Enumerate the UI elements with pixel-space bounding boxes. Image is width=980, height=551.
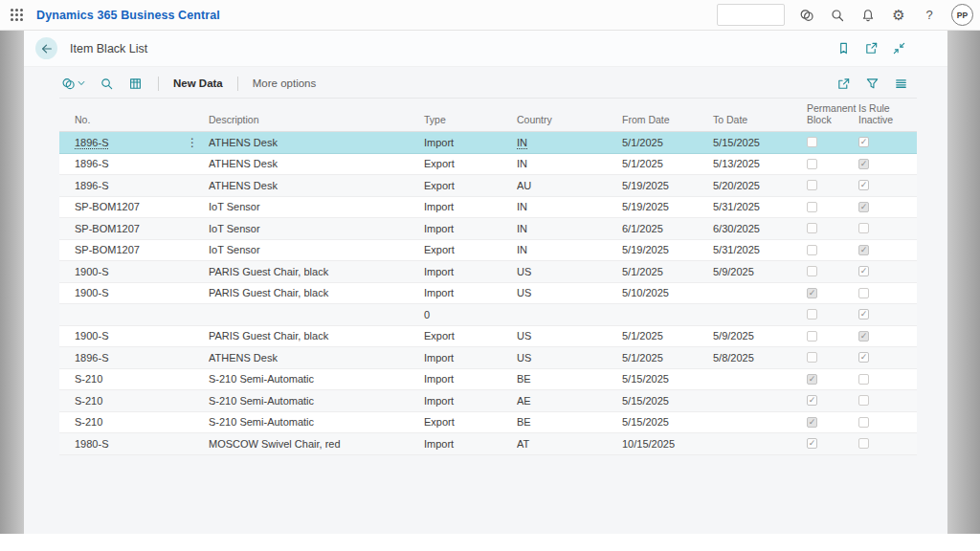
table-row[interactable]: 1896-SATHENS DeskExportAU5/19/20255/20/2… [59, 175, 917, 197]
cell-type[interactable]: Import [424, 390, 517, 411]
checkbox-permanent_block[interactable] [807, 159, 817, 169]
cell-country[interactable]: US [517, 283, 622, 304]
cell-description[interactable]: PARIS Guest Chair, black [209, 283, 424, 304]
cell-from_date[interactable]: 5/1/2025 [622, 261, 713, 282]
cell-country[interactable]: US [517, 261, 622, 282]
checkbox-permanent_block[interactable] [807, 309, 817, 320]
cell-is_rule_inactive[interactable] [854, 197, 917, 218]
checkbox-permanent_block[interactable] [807, 245, 817, 255]
cell-description[interactable]: IoT Sensor [209, 218, 424, 239]
open-new-window-icon[interactable] [863, 40, 880, 56]
cell-from_date[interactable]: 5/1/2025 [622, 132, 713, 153]
cell-country[interactable]: IN [517, 132, 622, 153]
cell-to_date[interactable] [713, 433, 799, 454]
cell-is_rule_inactive[interactable] [854, 261, 917, 282]
cell-is_rule_inactive[interactable] [854, 175, 917, 196]
cell-permanent_block[interactable] [799, 154, 854, 175]
cell-description[interactable]: ATHENS Desk [209, 347, 424, 368]
copilot-icon[interactable] [798, 7, 815, 24]
cell-is_rule_inactive[interactable] [854, 433, 917, 454]
cell-country[interactable]: AT [517, 433, 622, 454]
row-menu-icon[interactable]: ⋮ [187, 137, 198, 148]
checkbox-is_rule_inactive[interactable] [858, 159, 869, 169]
checkbox-permanent_block[interactable] [807, 331, 817, 342]
checkbox-permanent_block[interactable] [807, 223, 817, 233]
cell-description[interactable]: ATHENS Desk [209, 132, 424, 153]
cell-to_date[interactable] [713, 283, 799, 304]
cell-to_date[interactable]: 5/31/2025 [713, 240, 799, 261]
table-row[interactable]: 1896-SATHENS DeskImportUS5/1/20255/8/202… [59, 347, 917, 369]
cell-country[interactable]: IN [517, 218, 622, 239]
cell-type[interactable]: Export [424, 412, 517, 433]
cell-country[interactable]: AU [517, 175, 622, 196]
cell-permanent_block[interactable] [799, 347, 854, 368]
cell-from_date[interactable]: 5/19/2025 [622, 240, 713, 261]
cell-no[interactable]: S-210 [59, 369, 209, 390]
cell-to_date[interactable] [713, 369, 799, 390]
back-button[interactable] [35, 37, 57, 59]
cell-is_rule_inactive[interactable] [854, 390, 917, 411]
cell-is_rule_inactive[interactable] [854, 218, 917, 239]
column-header-description[interactable]: Description [209, 114, 424, 126]
checkbox-permanent_block[interactable] [807, 417, 817, 428]
cell-is_rule_inactive[interactable] [854, 132, 917, 153]
cell-from_date[interactable]: 5/19/2025 [622, 175, 713, 196]
table-row[interactable]: SP-BOM1207IoT SensorExportIN5/19/20255/3… [59, 240, 917, 262]
cell-permanent_block[interactable] [799, 304, 854, 325]
cell-no[interactable]: SP-BOM1207 [59, 218, 209, 239]
cell-to_date[interactable]: 5/9/2025 [713, 261, 799, 282]
cell-no[interactable]: S-210 [59, 412, 209, 433]
cell-permanent_block[interactable] [799, 240, 854, 261]
cell-permanent_block[interactable] [799, 218, 854, 239]
cell-type[interactable]: Export [424, 240, 517, 261]
table-row[interactable]: 1900-SPARIS Guest Chair, blackImportUS5/… [59, 261, 917, 283]
checkbox-is_rule_inactive[interactable] [858, 266, 869, 276]
collapse-icon[interactable] [891, 40, 907, 56]
cell-is_rule_inactive[interactable] [854, 412, 917, 433]
cell-description[interactable]: ATHENS Desk [209, 154, 424, 175]
checkbox-is_rule_inactive[interactable] [858, 309, 869, 320]
column-header-to_date[interactable]: To Date [713, 114, 799, 126]
checkbox-is_rule_inactive[interactable] [858, 417, 869, 428]
checkbox-is_rule_inactive[interactable] [858, 202, 869, 212]
checkbox-permanent_block[interactable] [807, 438, 817, 449]
checkbox-is_rule_inactive[interactable] [858, 245, 869, 255]
settings-icon[interactable]: ⚙ [890, 7, 907, 24]
cell-to_date[interactable]: 6/30/2025 [713, 218, 799, 239]
list-search-icon[interactable] [99, 76, 115, 92]
table-row[interactable]: S-210S-210 Semi-AutomaticImportAE5/15/20… [59, 390, 917, 412]
cell-permanent_block[interactable] [799, 326, 854, 347]
column-header-no[interactable]: No. [59, 114, 209, 126]
analyze-icon[interactable] [127, 76, 144, 92]
cell-is_rule_inactive[interactable] [854, 240, 917, 261]
cell-type[interactable]: Import [424, 132, 517, 153]
cell-no[interactable] [59, 304, 209, 325]
help-icon[interactable]: ? [921, 7, 938, 24]
cell-from_date[interactable] [622, 304, 713, 325]
app-launcher-icon[interactable] [0, 0, 33, 31]
notifications-icon[interactable] [859, 7, 877, 24]
checkbox-is_rule_inactive[interactable] [858, 137, 869, 147]
cell-type[interactable]: Import [424, 218, 517, 239]
cell-country[interactable]: BE [517, 412, 622, 433]
checkbox-permanent_block[interactable] [807, 137, 817, 147]
cell-to_date[interactable] [713, 390, 799, 411]
cell-permanent_block[interactable] [799, 132, 854, 153]
cell-is_rule_inactive[interactable] [854, 283, 917, 304]
checkbox-permanent_block[interactable] [807, 288, 817, 298]
checkbox-permanent_block[interactable] [807, 395, 817, 406]
cell-no[interactable]: S-210 [59, 390, 209, 411]
cell-no[interactable]: 1896-S [59, 175, 209, 196]
column-header-type[interactable]: Type [424, 114, 517, 126]
checkbox-permanent_block[interactable] [807, 202, 817, 212]
table-row[interactable]: SP-BOM1207IoT SensorImportIN6/1/20256/30… [59, 218, 917, 240]
cell-description[interactable]: IoT Sensor [209, 240, 424, 261]
cell-from_date[interactable]: 5/10/2025 [622, 283, 713, 304]
view-list-icon[interactable] [893, 76, 909, 92]
cell-type[interactable]: Import [424, 433, 517, 454]
topbar-search-input[interactable] [717, 4, 785, 26]
checkbox-is_rule_inactive[interactable] [858, 438, 869, 449]
cell-no[interactable]: 1896-S [59, 154, 209, 175]
copilot-menu-button[interactable] [61, 75, 86, 92]
cell-no[interactable]: 1900-S [59, 326, 209, 347]
